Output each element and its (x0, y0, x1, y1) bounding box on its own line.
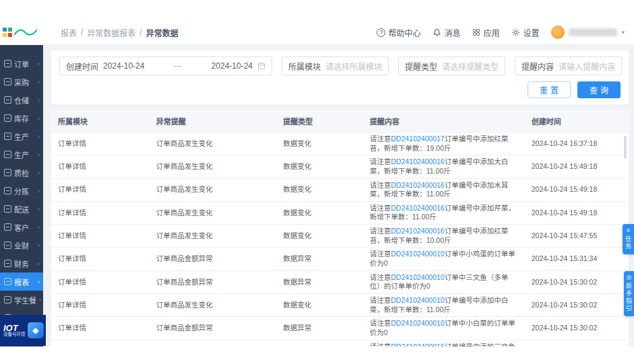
settings-button[interactable]: 设置 (511, 27, 539, 38)
column-header: 所属模块 (51, 110, 150, 133)
table-header-row: 所属模块异常提醒提醒类型提醒内容创建时间 (51, 110, 629, 133)
sidebar-item[interactable]: 财务 › (0, 254, 43, 272)
apps-label: 应用 (483, 27, 499, 38)
sidebar-item-label: 库存 (14, 113, 29, 124)
table-row[interactable]: 订单详情 订单商品发生变化 数据变化 请注意DD24102400010订单编号中… (51, 293, 629, 316)
cell-type: 数据变化 (276, 178, 363, 201)
cell-module: 订单详情 (51, 317, 150, 340)
sidebar-item[interactable]: 报表 › (0, 272, 43, 291)
chevron-right-icon: › (38, 97, 40, 104)
chevron-right-icon: › (38, 151, 40, 158)
table-row[interactable]: 订单详情 订单商品发生变化 数据变化 请注意DD24102400016订单编号中… (51, 201, 629, 224)
table-row[interactable]: 订单详情 订单商品发生变化 数据变化 请注意DD24102400016订单编号中… (51, 178, 629, 201)
chevron-down-icon: ▾ (621, 29, 625, 36)
sidebar-item[interactable]: 分拣 › (0, 182, 43, 200)
table-row[interactable]: 订单详情 订单商品金额异常 数据异常 请注意DD24102400010订单中三文… (51, 270, 629, 293)
cell-content: 请注意DD24102400016订单编号中添加芹菜，新增下单数：11.00斤 (363, 201, 525, 224)
sidebar-item[interactable]: 仓储 › (0, 91, 43, 109)
guide-tab[interactable]: ◎ 新手指引 (624, 271, 634, 316)
module-filter-label: 所属模块 (288, 61, 321, 72)
order-number-link[interactable]: DD24102400010 (391, 319, 444, 327)
help-center-button[interactable]: ? 帮助中心 (377, 27, 420, 38)
cell-type: 数据变化 (276, 225, 363, 248)
cell-time: 2024-10-24 15:47:55 (525, 225, 629, 248)
sidebar-item[interactable]: 采购 › (0, 73, 43, 91)
cell-alert: 订单商品发生变化 (150, 133, 277, 155)
order-number-link[interactable]: DD24102400017 (391, 135, 444, 143)
cell-time: 2024-10-24 15:30:02 (525, 293, 629, 316)
sidebar-item[interactable]: 客户 › (0, 218, 43, 236)
menu-icon (4, 169, 11, 176)
table-row[interactable]: 订单详情 订单商品发生变化 数据变化 请注意DD24102400016订单编号中… (51, 340, 629, 347)
search-button[interactable]: 查询 (577, 81, 621, 98)
guide-tab-label: 新手指引 (625, 283, 633, 312)
bell-icon (433, 28, 441, 37)
sidebar-item[interactable]: 订单 › (0, 54, 43, 73)
task-tab[interactable]: ≡ 任务 (623, 224, 634, 254)
exception-table: 所属模块异常提醒提醒类型提醒内容创建时间 订单详情 订单商品发生变化 数据变化 … (51, 110, 629, 347)
apps-button[interactable]: 应用 (472, 27, 499, 38)
table-row[interactable]: 订单详情 订单商品发生变化 数据变化 请注意DD24102400016订单编号中… (51, 225, 629, 248)
sidebar-item[interactable]: 配送 › (0, 200, 43, 218)
breadcrumb-separator: / (81, 28, 83, 37)
messages-button[interactable]: 消息 (433, 27, 460, 38)
content-filter-input[interactable]: 提醒内容 请输入提醒内容 (515, 57, 622, 75)
module-filter-placeholder: 请选择所属模块 (325, 61, 382, 72)
sidebar-item-label: 客户 (14, 222, 29, 233)
iot-widget[interactable]: IOT 设备与环境 ◆ (0, 315, 46, 346)
module-filter-select[interactable]: 所属模块 请选择所属模块 (282, 57, 389, 75)
reset-button[interactable]: 重置 (528, 81, 571, 98)
user-menu[interactable]: ▾ (551, 26, 625, 39)
table-body: 订单详情 订单商品发生变化 数据变化 请注意DD24102400017订单编号中… (51, 133, 629, 347)
date-range-separator: — (149, 61, 206, 71)
menu-icon (4, 223, 11, 231)
type-filter-select[interactable]: 提醒类型 请选择提醒类型 (398, 57, 505, 75)
breadcrumb-item[interactable]: 异常数据报表 (87, 27, 135, 38)
help-icon: ? (377, 28, 385, 37)
cell-alert: 订单商品发生变化 (150, 155, 277, 178)
screen: 报表 / 异常数据报表 / 异常数据 ? 帮助中心 消息 (0, 0, 634, 364)
sidebar-item[interactable]: 库存 › (0, 109, 43, 127)
cell-content: 请注意DD24102400017订单编号中添加红菜苔，新增下单数：19.00斤 (363, 133, 525, 155)
task-tab-label: 任务 (624, 235, 633, 250)
menu-icon (4, 242, 11, 249)
date-range-filter[interactable]: 创建时间 2024-10-24 — 2024-10-24 (59, 57, 272, 75)
order-number-link[interactable]: DD24102400016 (391, 157, 444, 166)
order-number-link[interactable]: DD24102400010 (391, 250, 444, 258)
date-start-input[interactable]: 2024-10-24 (103, 61, 144, 71)
table-row[interactable]: 订单详情 订单商品发生变化 数据变化 请注意DD24102400016订单编号中… (51, 155, 629, 178)
brand-logo[interactable] (3, 28, 57, 37)
sidebar-item[interactable]: 质检 › (0, 163, 43, 182)
chevron-right-icon: › (38, 79, 40, 85)
avatar (551, 26, 565, 39)
menu-icon (4, 96, 11, 104)
table-scrollbar[interactable] (624, 136, 627, 159)
table-row[interactable]: 订单详情 订单商品发生变化 数据变化 请注意DD24102400017订单编号中… (51, 133, 629, 155)
order-number-link[interactable]: DD24102400016 (391, 181, 444, 189)
cell-alert: 订单商品发生变化 (150, 201, 277, 224)
sidebar-item[interactable]: 生产 › (0, 127, 43, 145)
order-number-link[interactable]: DD24102400016 (391, 204, 444, 212)
order-number-link[interactable]: DD24102400016 (391, 342, 444, 347)
cell-alert: 订单商品发生变化 (150, 178, 277, 201)
cell-module: 订单详情 (51, 201, 150, 224)
sidebar-item[interactable]: 生产 › (0, 145, 43, 163)
table-row[interactable]: 订单详情 订单商品金额异常 数据异常 请注意DD24102400010订单中小白… (51, 317, 629, 340)
breadcrumb-current: 异常数据 (146, 27, 179, 38)
sidebar-item[interactable]: 学生餐 › (0, 291, 43, 309)
order-number-link[interactable]: DD24102400016 (391, 227, 444, 235)
table-row[interactable]: 订单详情 订单商品金额异常 数据异常 请注意DD24102400010订单中小鸡… (51, 248, 629, 270)
date-filter-label: 创建时间 (66, 61, 98, 72)
date-end-input[interactable]: 2024-10-24 (212, 61, 253, 71)
sidebar-item-label: 生产 (14, 131, 29, 142)
sidebar-item[interactable]: 业财 › (0, 236, 43, 254)
cell-content: 请注意DD24102400016订单编号中添加三文鱼（多单位），新增下单数：1.… (363, 340, 525, 347)
chevron-right-icon: › (38, 206, 40, 213)
order-number-link[interactable]: DD24102400010 (391, 273, 444, 281)
breadcrumb-item[interactable]: 报表 (61, 27, 77, 38)
menu-icon (4, 260, 11, 267)
cell-time: 2024-10-24 15:49:18 (525, 178, 629, 201)
order-number-link[interactable]: DD24102400010 (391, 296, 444, 304)
help-label: 帮助中心 (388, 27, 420, 38)
chevron-right-icon: › (38, 115, 40, 122)
